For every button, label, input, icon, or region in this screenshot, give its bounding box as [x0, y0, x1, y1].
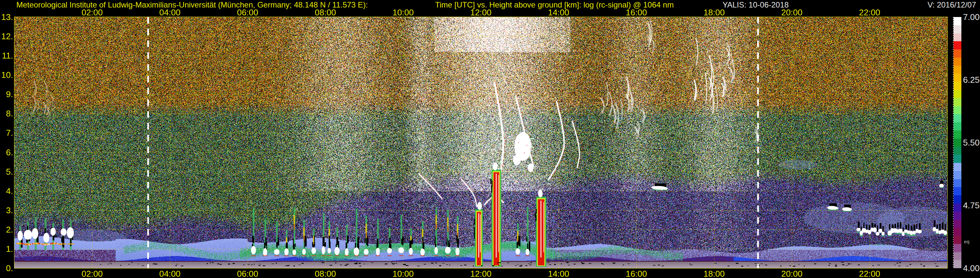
colorbar-segment — [953, 228, 961, 236]
x-tick-label: 22:00 — [850, 269, 889, 278]
x-tick-label: 04:00 — [150, 8, 189, 18]
x-tick-label: 14:00 — [539, 8, 578, 18]
y-tick-label: 13. — [0, 13, 13, 22]
colorbar-segment — [953, 66, 961, 74]
y-tick-label: 8. — [0, 109, 13, 118]
colorbar-segment — [953, 17, 961, 25]
colorbar-segment — [953, 139, 961, 147]
colorbar-segment — [953, 50, 961, 58]
y-tick-label: 10. — [0, 70, 13, 80]
y-tick-label: 3. — [0, 206, 13, 215]
x-tick-label: 12:00 — [461, 269, 500, 278]
x-tick-label: 20:00 — [772, 8, 811, 18]
colorbar-segment — [953, 131, 961, 139]
y-tick-label: 0. — [0, 264, 13, 273]
x-tick-label: 08:00 — [306, 8, 345, 18]
x-tick-label: 06:00 — [228, 8, 267, 18]
x-tick-label: 10:00 — [383, 8, 423, 18]
y-tick-label: 12. — [0, 32, 13, 41]
colorbar-segment — [953, 179, 961, 187]
colorbar-eq-label: eq — [964, 239, 970, 244]
y-tick-label: 6. — [0, 148, 13, 157]
colorbar-segment — [953, 106, 961, 115]
x-tick-label: 12:00 — [461, 8, 500, 18]
colorbar — [953, 17, 961, 268]
colorbar-tick-label: 7.00 — [963, 12, 980, 22]
colorbar-segment — [953, 260, 961, 268]
plot-area — [14, 17, 948, 268]
colorbar-segment — [953, 98, 961, 106]
x-tick-label: 06:00 — [228, 269, 267, 278]
title-version: V: 2016/12/07 — [928, 1, 976, 9]
colorbar-segment — [953, 41, 961, 50]
lidar-heatmap-canvas — [14, 17, 947, 268]
x-tick-label: 16:00 — [617, 269, 656, 278]
y-tick-label: 1. — [0, 244, 13, 254]
colorbar-segment — [953, 252, 961, 260]
y-tick-label: 9. — [0, 89, 13, 99]
colorbar-segment — [953, 147, 961, 155]
colorbar-segment — [953, 163, 961, 171]
colorbar-segment — [953, 34, 961, 42]
y-tick-label: 11. — [0, 51, 13, 60]
colorbar-segment — [953, 220, 961, 228]
colorbar-segment — [953, 236, 961, 244]
colorbar-segment — [953, 114, 961, 122]
colorbar-segment — [953, 244, 961, 252]
colorbar-segment — [953, 155, 961, 163]
x-tick-label: 02:00 — [73, 269, 112, 278]
colorbar-segment — [953, 90, 961, 98]
colorbar-tick-label: 6.25 — [963, 75, 980, 85]
x-tick-label: 10:00 — [383, 269, 423, 278]
colorbar-tick-label: 5.50 — [963, 138, 980, 148]
colorbar-segment — [953, 212, 961, 220]
y-tick-label: 5. — [0, 167, 13, 176]
lidar-quicklook-app: Meteorological Institute of Ludwig-Maxim… — [0, 0, 980, 278]
colorbar-tick-label: 4.00 — [963, 263, 980, 273]
x-tick-label: 02:00 — [73, 8, 112, 18]
x-tick-label: 08:00 — [306, 269, 345, 278]
colorbar-segment — [953, 195, 961, 203]
colorbar-tick-dots — [953, 17, 953, 268]
x-tick-label: 18:00 — [695, 8, 734, 18]
x-tick-label: 04:00 — [150, 269, 189, 278]
colorbar-segment — [953, 58, 961, 66]
y-tick-label: 2. — [0, 225, 13, 234]
colorbar-segment — [953, 82, 961, 90]
x-tick-label: 20:00 — [772, 269, 811, 278]
y-tick-label: 7. — [0, 128, 13, 137]
colorbar-segment — [953, 203, 961, 212]
colorbar-segment — [953, 73, 961, 82]
y-tick-label: 4. — [0, 187, 13, 196]
x-tick-label: 14:00 — [539, 269, 578, 278]
x-tick-label: 18:00 — [695, 269, 734, 278]
x-tick-label: 16:00 — [617, 8, 656, 18]
colorbar-segment — [953, 122, 961, 131]
colorbar-tick-label: 4.75 — [963, 200, 980, 211]
x-tick-label: 22:00 — [850, 8, 889, 18]
colorbar-segment — [953, 25, 961, 34]
colorbar-segment — [953, 187, 961, 195]
colorbar-segment — [953, 171, 961, 179]
